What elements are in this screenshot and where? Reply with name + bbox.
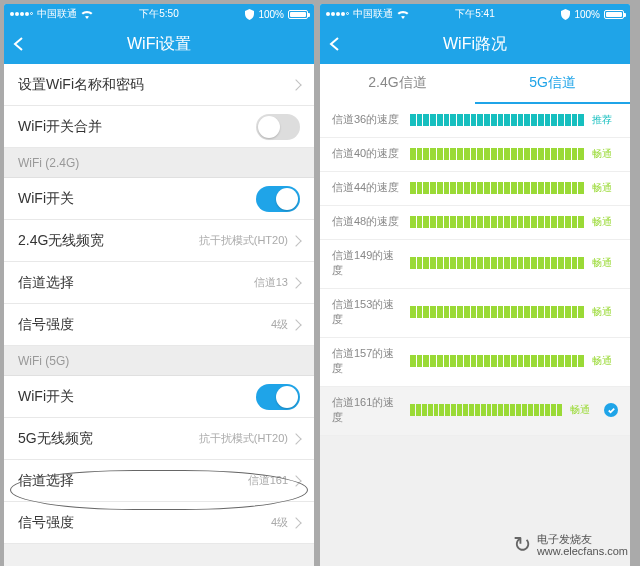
- carrier-label: 中国联通: [353, 7, 393, 21]
- row-value: 信道13: [254, 275, 288, 290]
- time-label: 下午5:41: [455, 7, 494, 21]
- speed-bar: [410, 306, 584, 318]
- wifi-settings-screen: 中国联通 下午5:50 100% WiFi设置 设置WiFi名称和密码 WiFi…: [4, 4, 314, 566]
- battery-pct: 100%: [574, 9, 600, 20]
- row-value: 信道161: [248, 473, 288, 488]
- row-name-password[interactable]: 设置WiFi名称和密码: [4, 64, 314, 106]
- channel-row[interactable]: 信道36的速度推荐: [320, 104, 630, 138]
- chevron-right-icon: [290, 517, 301, 528]
- battery-icon: [288, 10, 308, 19]
- channel-label: 信道153的速度: [332, 297, 402, 327]
- nav-bar: WiFi路况: [320, 24, 630, 64]
- row-label: 5G无线频宽: [18, 430, 93, 448]
- chevron-right-icon: [290, 235, 301, 246]
- back-icon[interactable]: [328, 37, 342, 51]
- speed-bar: [410, 216, 584, 228]
- channel-status: 畅通: [592, 354, 618, 368]
- watermark-brand: 电子发烧友: [537, 533, 628, 545]
- channel-status: 畅通: [592, 215, 618, 229]
- channel-label: 信道36的速度: [332, 112, 402, 127]
- row-value: 4级: [271, 317, 288, 332]
- channel-status: 畅通: [592, 181, 618, 195]
- status-bar: 中国联通 下午5:41 100%: [320, 4, 630, 24]
- channel-row[interactable]: 信道149的速度畅通: [320, 240, 630, 289]
- channel-label: 信道157的速度: [332, 346, 402, 376]
- row-24g-bandwidth[interactable]: 2.4G无线频宽 抗干扰模式(HT20): [4, 220, 314, 262]
- speed-bar: [410, 148, 584, 160]
- nav-bar: WiFi设置: [4, 24, 314, 64]
- row-5g-switch[interactable]: WiFi开关: [4, 376, 314, 418]
- channel-status: 畅通: [570, 403, 596, 417]
- channel-status: 畅通: [592, 305, 618, 319]
- channel-row[interactable]: 信道40的速度畅通: [320, 138, 630, 172]
- row-label: 信道选择: [18, 472, 74, 490]
- speed-bar: [410, 404, 562, 416]
- channel-label: 信道48的速度: [332, 214, 402, 229]
- logo-icon: ↻: [513, 532, 531, 558]
- row-24g-strength[interactable]: 信号强度 4级: [4, 304, 314, 346]
- channel-row[interactable]: 信道153的速度畅通: [320, 289, 630, 338]
- speed-bar: [410, 355, 584, 367]
- channel-row[interactable]: 信道44的速度畅通: [320, 172, 630, 206]
- row-5g-strength[interactable]: 信号强度 4级: [4, 502, 314, 544]
- row-24g-channel[interactable]: 信道选择 信道13: [4, 262, 314, 304]
- watermark-url: www.elecfans.com: [537, 545, 628, 557]
- row-5g-bandwidth[interactable]: 5G无线频宽 抗干扰模式(HT20): [4, 418, 314, 460]
- row-label: WiFi开关合并: [18, 118, 102, 136]
- row-5g-channel[interactable]: 信道选择 信道161: [4, 460, 314, 502]
- channel-row[interactable]: 信道161的速度畅通: [320, 387, 630, 436]
- page-title: WiFi设置: [127, 34, 191, 55]
- row-value: 抗干扰模式(HT20): [199, 233, 288, 248]
- channel-status: 畅通: [592, 147, 618, 161]
- row-24g-switch[interactable]: WiFi开关: [4, 178, 314, 220]
- chevron-right-icon: [290, 79, 301, 90]
- status-bar: 中国联通 下午5:50 100%: [4, 4, 314, 24]
- back-icon[interactable]: [12, 37, 26, 51]
- tab-5g[interactable]: 5G信道: [475, 64, 630, 104]
- tab-24g[interactable]: 2.4G信道: [320, 64, 475, 104]
- channel-label: 信道44的速度: [332, 180, 402, 195]
- wifi-icon: [81, 10, 93, 19]
- channel-tabs: 2.4G信道 5G信道: [320, 64, 630, 104]
- chevron-right-icon: [290, 277, 301, 288]
- channel-list: 信道36的速度推荐信道40的速度畅通信道44的速度畅通信道48的速度畅通信道14…: [320, 104, 630, 436]
- row-value: 抗干扰模式(HT20): [199, 431, 288, 446]
- toggle-merge[interactable]: [256, 114, 300, 140]
- row-label: WiFi开关: [18, 190, 74, 208]
- watermark: ↻ 电子发烧友 www.elecfans.com: [513, 532, 628, 558]
- row-label: 信号强度: [18, 316, 74, 334]
- chevron-right-icon: [290, 433, 301, 444]
- channel-row[interactable]: 信道157的速度畅通: [320, 338, 630, 387]
- checkmark-icon: [604, 403, 618, 417]
- channel-label: 信道161的速度: [332, 395, 402, 425]
- toggle-5g[interactable]: [256, 384, 300, 410]
- shield-icon: [245, 9, 254, 20]
- signal-dots-icon: [326, 12, 349, 16]
- row-value: 4级: [271, 515, 288, 530]
- row-label: WiFi开关: [18, 388, 74, 406]
- row-label: 2.4G无线频宽: [18, 232, 104, 250]
- channel-status: 畅通: [592, 256, 618, 270]
- section-24g: WiFi (2.4G): [4, 148, 314, 178]
- speed-bar: [410, 257, 584, 269]
- page-title: WiFi路况: [443, 34, 507, 55]
- channel-label: 信道149的速度: [332, 248, 402, 278]
- chevron-right-icon: [290, 475, 301, 486]
- row-label: 信道选择: [18, 274, 74, 292]
- row-label: 信号强度: [18, 514, 74, 532]
- wifi-icon: [397, 10, 409, 19]
- row-merge-switch[interactable]: WiFi开关合并: [4, 106, 314, 148]
- toggle-24g[interactable]: [256, 186, 300, 212]
- time-label: 下午5:50: [139, 7, 178, 21]
- signal-dots-icon: [10, 12, 33, 16]
- section-5g: WiFi (5G): [4, 346, 314, 376]
- channel-row[interactable]: 信道48的速度畅通: [320, 206, 630, 240]
- battery-icon: [604, 10, 624, 19]
- speed-bar: [410, 114, 584, 126]
- carrier-label: 中国联通: [37, 7, 77, 21]
- speed-bar: [410, 182, 584, 194]
- wifi-traffic-screen: 中国联通 下午5:41 100% WiFi路况 2.4G信道 5G信道 信道36…: [320, 4, 630, 566]
- shield-icon: [561, 9, 570, 20]
- channel-label: 信道40的速度: [332, 146, 402, 161]
- chevron-right-icon: [290, 319, 301, 330]
